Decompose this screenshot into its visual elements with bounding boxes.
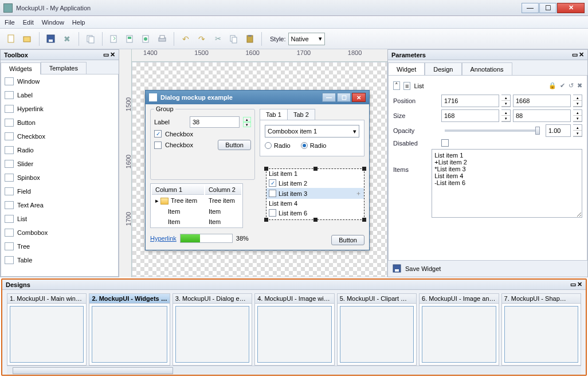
lock-icon[interactable]: 🔒 bbox=[548, 82, 556, 89]
design-thumb[interactable]: 4. MockupUI - Image wi… bbox=[254, 293, 334, 366]
panel-close-icon[interactable]: ✕ bbox=[110, 51, 115, 58]
paste-icon[interactable] bbox=[243, 32, 257, 46]
widget-combobox[interactable]: Combobox bbox=[1, 226, 118, 239]
tab-design[interactable]: Design bbox=[425, 62, 461, 75]
group-button[interactable]: Button bbox=[218, 140, 251, 150]
tab-1[interactable]: Tab 1 bbox=[260, 109, 288, 120]
widget-radio[interactable]: Radio bbox=[1, 143, 118, 157]
widget-window[interactable]: Window bbox=[1, 74, 118, 88]
delete-icon[interactable]: ✖ bbox=[577, 82, 582, 89]
position-y-field[interactable]: 1668 bbox=[513, 95, 571, 107]
size-h-spin[interactable]: ▴▾ bbox=[573, 109, 582, 122]
undo-icon[interactable]: ↶ bbox=[179, 32, 193, 46]
opacity-spin[interactable]: ▴▾ bbox=[573, 124, 582, 137]
export-1-icon[interactable] bbox=[107, 32, 121, 46]
minimize-button[interactable]: — bbox=[522, 3, 539, 13]
dialog-titlebar[interactable]: Dialog mockup example — ☐ ✕ bbox=[146, 91, 369, 104]
widget-list[interactable]: WindowLabelHyperlinkButtonCheckboxRadioS… bbox=[1, 74, 119, 277]
spinbox-field[interactable]: 38 bbox=[190, 116, 240, 128]
list-item[interactable]: List item 4 bbox=[266, 199, 364, 208]
menu-file[interactable]: File bbox=[5, 19, 15, 26]
dialog-button[interactable]: Button bbox=[331, 235, 364, 245]
tree-table[interactable]: Column 1Column 2 ▸ Tree itemTree item It… bbox=[150, 183, 243, 228]
spinbox-buttons[interactable]: ▴▾ bbox=[243, 117, 251, 127]
position-y-spin[interactable]: ▴▾ bbox=[573, 95, 582, 107]
selected-listbox[interactable]: List item 1 ✓List item 2 List item 3＋ Li… bbox=[266, 168, 364, 220]
opacity-slider[interactable] bbox=[445, 129, 540, 132]
radio-1[interactable] bbox=[265, 142, 272, 149]
design-thumb[interactable]: 6. MockupUI - Image an… bbox=[419, 293, 499, 366]
tab-templates[interactable]: Templates bbox=[41, 62, 87, 74]
menu-window[interactable]: Window bbox=[42, 19, 64, 26]
list-item[interactable]: List item 3＋ bbox=[266, 188, 364, 199]
widget-tree[interactable]: Tree bbox=[1, 239, 118, 253]
combobox[interactable]: Combobox item 1▾ bbox=[265, 125, 359, 138]
dialog-max-icon[interactable]: ☐ bbox=[337, 93, 351, 102]
tab-widgets[interactable]: Widgets bbox=[1, 62, 41, 74]
save-widget-button[interactable]: Save Widget bbox=[405, 265, 441, 272]
tab-annotations[interactable]: Annotations bbox=[462, 62, 512, 75]
copy-icon[interactable] bbox=[227, 32, 241, 46]
design-thumb[interactable]: 7. MockupUI - Shap… bbox=[501, 293, 581, 366]
open-icon[interactable] bbox=[21, 32, 34, 46]
tab-widget[interactable]: Widget bbox=[388, 62, 425, 75]
export-2-icon[interactable] bbox=[123, 32, 137, 46]
panel-close-icon[interactable]: ✕ bbox=[577, 281, 582, 288]
design-thumb[interactable]: 3. MockupUI - Dialog e… bbox=[173, 293, 252, 366]
undock-icon[interactable]: ▭ bbox=[572, 51, 578, 58]
position-x-spin[interactable]: ▴▾ bbox=[501, 95, 511, 107]
widget-table[interactable]: Table bbox=[1, 253, 118, 267]
design-thumb[interactable]: 5. MockupUI - Clipart … bbox=[337, 293, 417, 366]
expand-icon[interactable]: ˄ bbox=[393, 81, 400, 90]
maximize-button[interactable]: ☐ bbox=[539, 3, 556, 13]
widget-label[interactable]: Label bbox=[1, 88, 118, 102]
hyperlink[interactable]: Hyperlink bbox=[150, 235, 177, 242]
tab-2[interactable]: Tab 2 bbox=[287, 109, 315, 120]
radio-2[interactable] bbox=[301, 142, 308, 149]
widget-field[interactable]: Field bbox=[1, 184, 118, 198]
delete-icon[interactable]: ✖ bbox=[60, 32, 74, 46]
widget-hyperlink[interactable]: Hyperlink bbox=[1, 102, 118, 116]
new-icon[interactable] bbox=[5, 32, 18, 46]
disabled-checkbox[interactable] bbox=[441, 139, 449, 147]
canvas[interactable]: Dialog mockup example — ☐ ✕ Group Label bbox=[132, 62, 387, 277]
cut-icon[interactable]: ✂ bbox=[211, 32, 225, 46]
checkbox-1[interactable]: ✓ bbox=[154, 130, 162, 138]
design-thumb[interactable]: 2. MockupUI - Widgets … bbox=[89, 293, 170, 366]
size-w-field[interactable]: 168 bbox=[441, 109, 499, 122]
widget-icon bbox=[5, 229, 14, 237]
print-icon[interactable] bbox=[155, 32, 169, 46]
close-button[interactable]: ✕ bbox=[557, 3, 585, 13]
undock-icon[interactable]: ▭ bbox=[570, 281, 576, 288]
menu-edit[interactable]: Edit bbox=[23, 19, 34, 26]
dialog-mockup[interactable]: Dialog mockup example — ☐ ✕ Group Label bbox=[145, 90, 370, 250]
reset-icon[interactable]: ↺ bbox=[569, 82, 574, 89]
save-icon[interactable] bbox=[44, 32, 58, 46]
design-thumb[interactable]: 1. MockupUI - Main win… bbox=[7, 293, 87, 366]
size-h-field[interactable]: 88 bbox=[513, 109, 571, 122]
style-select[interactable]: Native ▾ bbox=[288, 33, 325, 45]
copy-page-icon[interactable] bbox=[84, 32, 97, 46]
widget-spinbox[interactable]: Spinbox bbox=[1, 171, 118, 184]
redo-icon[interactable]: ↷ bbox=[195, 32, 209, 46]
list-item[interactable]: List item 6 bbox=[266, 208, 364, 218]
dialog-min-icon[interactable]: — bbox=[322, 93, 336, 102]
list-item[interactable]: ✓List item 2 bbox=[266, 178, 364, 188]
items-textarea[interactable] bbox=[432, 149, 582, 218]
menu-help[interactable]: Help bbox=[72, 19, 85, 26]
undock-icon[interactable]: ▭ bbox=[103, 51, 109, 58]
widget-checkbox[interactable]: Checkbox bbox=[1, 129, 118, 143]
widget-slider[interactable]: Slider bbox=[1, 157, 118, 171]
export-3-icon[interactable] bbox=[139, 32, 153, 46]
widget-text-area[interactable]: Text Area bbox=[1, 198, 118, 212]
size-w-spin[interactable]: ▴▾ bbox=[501, 109, 511, 122]
panel-close-icon[interactable]: ✕ bbox=[579, 51, 584, 58]
opacity-field[interactable]: 1.00 bbox=[546, 124, 571, 137]
check-icon[interactable]: ✔ bbox=[560, 82, 565, 89]
widget-list[interactable]: List bbox=[1, 212, 118, 226]
position-x-field[interactable]: 1716 bbox=[441, 95, 499, 107]
checkbox-2[interactable] bbox=[154, 142, 162, 149]
dialog-close-icon[interactable]: ✕ bbox=[352, 93, 366, 102]
horizontal-scrollbar[interactable] bbox=[7, 366, 581, 375]
widget-button[interactable]: Button bbox=[1, 116, 118, 129]
